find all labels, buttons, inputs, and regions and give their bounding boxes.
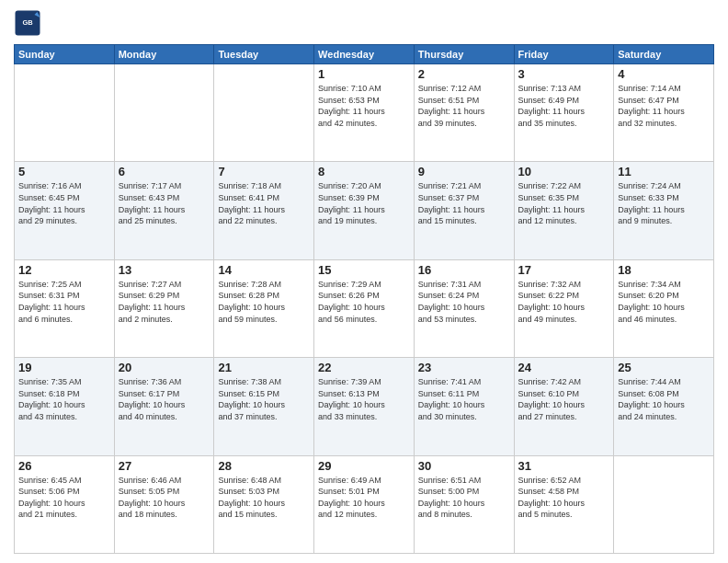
day-number: 19 — [18, 361, 110, 374]
day-info: Sunrise: 7:36 AM Sunset: 6:17 PM Dayligh… — [119, 376, 210, 422]
day-number: 10 — [518, 165, 610, 178]
day-number: 11 — [618, 165, 710, 178]
calendar-cell: 4Sunrise: 7:14 AM Sunset: 6:47 PM Daylig… — [614, 64, 714, 162]
calendar-cell: 21Sunrise: 7:38 AM Sunset: 6:15 PM Dayli… — [214, 358, 314, 455]
calendar-cell: 28Sunrise: 6:48 AM Sunset: 5:03 PM Dayli… — [214, 455, 314, 553]
day-number: 28 — [218, 459, 310, 473]
day-info: Sunrise: 6:49 AM Sunset: 5:01 PM Dayligh… — [318, 475, 410, 521]
calendar-cell: 6Sunrise: 7:17 AM Sunset: 6:43 PM Daylig… — [114, 162, 214, 259]
calendar-cell: 27Sunrise: 6:46 AM Sunset: 5:05 PM Dayli… — [114, 455, 214, 553]
header: GB — [14, 9, 714, 37]
day-number: 27 — [119, 459, 210, 473]
day-number: 2 — [418, 67, 510, 81]
calendar-cell: 14Sunrise: 7:28 AM Sunset: 6:28 PM Dayli… — [214, 259, 314, 357]
calendar-cell: 15Sunrise: 7:29 AM Sunset: 6:26 PM Dayli… — [314, 259, 415, 357]
weekday-header-wednesday: Wednesday — [314, 45, 415, 64]
weekday-header-thursday: Thursday — [414, 45, 514, 64]
day-info: Sunrise: 7:38 AM Sunset: 6:15 PM Dayligh… — [218, 376, 310, 422]
calendar-cell: 17Sunrise: 7:32 AM Sunset: 6:22 PM Dayli… — [514, 259, 614, 357]
day-info: Sunrise: 7:44 AM Sunset: 6:08 PM Dayligh… — [618, 376, 710, 422]
day-number: 22 — [318, 361, 410, 374]
calendar-cell: 20Sunrise: 7:36 AM Sunset: 6:17 PM Dayli… — [114, 358, 214, 455]
calendar-cell: 22Sunrise: 7:39 AM Sunset: 6:13 PM Dayli… — [314, 358, 415, 455]
svg-text:GB: GB — [22, 18, 33, 27]
day-info: Sunrise: 7:10 AM Sunset: 6:53 PM Dayligh… — [318, 83, 410, 129]
calendar-week-row: 1Sunrise: 7:10 AM Sunset: 6:53 PM Daylig… — [15, 64, 714, 162]
day-info: Sunrise: 7:39 AM Sunset: 6:13 PM Dayligh… — [318, 376, 410, 422]
weekday-header-sunday: Sunday — [15, 45, 115, 64]
calendar-cell: 29Sunrise: 6:49 AM Sunset: 5:01 PM Dayli… — [314, 455, 415, 553]
day-number: 17 — [518, 263, 610, 277]
calendar-cell: 7Sunrise: 7:18 AM Sunset: 6:41 PM Daylig… — [214, 162, 314, 259]
day-info: Sunrise: 7:35 AM Sunset: 6:18 PM Dayligh… — [18, 376, 110, 422]
day-number: 9 — [418, 165, 510, 178]
day-info: Sunrise: 7:28 AM Sunset: 6:28 PM Dayligh… — [218, 279, 310, 325]
day-info: Sunrise: 7:14 AM Sunset: 6:47 PM Dayligh… — [618, 83, 710, 129]
calendar-cell: 13Sunrise: 7:27 AM Sunset: 6:29 PM Dayli… — [114, 259, 214, 357]
day-number: 24 — [518, 361, 610, 374]
calendar-cell: 12Sunrise: 7:25 AM Sunset: 6:31 PM Dayli… — [15, 259, 115, 357]
weekday-header-tuesday: Tuesday — [214, 45, 314, 64]
calendar-cell: 3Sunrise: 7:13 AM Sunset: 6:49 PM Daylig… — [514, 64, 614, 162]
day-number: 1 — [318, 67, 410, 81]
day-number: 31 — [518, 459, 610, 473]
day-number: 3 — [518, 67, 610, 81]
day-number: 29 — [318, 459, 410, 473]
calendar-week-row: 26Sunrise: 6:45 AM Sunset: 5:06 PM Dayli… — [15, 455, 714, 553]
day-number: 8 — [318, 165, 410, 178]
day-info: Sunrise: 7:42 AM Sunset: 6:10 PM Dayligh… — [518, 376, 610, 422]
weekday-header-row: SundayMondayTuesdayWednesdayThursdayFrid… — [15, 45, 714, 64]
day-info: Sunrise: 7:29 AM Sunset: 6:26 PM Dayligh… — [318, 279, 410, 325]
day-number: 12 — [18, 263, 110, 277]
day-number: 21 — [218, 361, 310, 374]
day-info: Sunrise: 7:18 AM Sunset: 6:41 PM Dayligh… — [218, 180, 310, 226]
day-number: 5 — [18, 165, 110, 178]
day-number: 15 — [318, 263, 410, 277]
calendar-cell: 8Sunrise: 7:20 AM Sunset: 6:39 PM Daylig… — [314, 162, 415, 259]
logo: GB — [14, 9, 45, 37]
calendar-cell: 31Sunrise: 6:52 AM Sunset: 4:58 PM Dayli… — [514, 455, 614, 553]
day-info: Sunrise: 7:16 AM Sunset: 6:45 PM Dayligh… — [18, 180, 110, 226]
day-info: Sunrise: 7:22 AM Sunset: 6:35 PM Dayligh… — [518, 180, 610, 226]
weekday-header-saturday: Saturday — [614, 45, 714, 64]
day-number: 18 — [618, 263, 710, 277]
day-info: Sunrise: 7:41 AM Sunset: 6:11 PM Dayligh… — [418, 376, 510, 422]
calendar-cell: 9Sunrise: 7:21 AM Sunset: 6:37 PM Daylig… — [414, 162, 514, 259]
calendar-cell: 24Sunrise: 7:42 AM Sunset: 6:10 PM Dayli… — [514, 358, 614, 455]
day-info: Sunrise: 7:34 AM Sunset: 6:20 PM Dayligh… — [618, 279, 710, 325]
weekday-header-friday: Friday — [514, 45, 614, 64]
day-info: Sunrise: 7:31 AM Sunset: 6:24 PM Dayligh… — [418, 279, 510, 325]
calendar-cell: 19Sunrise: 7:35 AM Sunset: 6:18 PM Dayli… — [15, 358, 115, 455]
calendar-cell: 25Sunrise: 7:44 AM Sunset: 6:08 PM Dayli… — [614, 358, 714, 455]
day-info: Sunrise: 7:24 AM Sunset: 6:33 PM Dayligh… — [618, 180, 710, 226]
day-info: Sunrise: 6:48 AM Sunset: 5:03 PM Dayligh… — [218, 475, 310, 521]
calendar-cell: 10Sunrise: 7:22 AM Sunset: 6:35 PM Dayli… — [514, 162, 614, 259]
day-info: Sunrise: 6:46 AM Sunset: 5:05 PM Dayligh… — [119, 475, 210, 521]
day-number: 20 — [119, 361, 210, 374]
day-number: 30 — [418, 459, 510, 473]
calendar-week-row: 12Sunrise: 7:25 AM Sunset: 6:31 PM Dayli… — [15, 259, 714, 357]
calendar-cell — [614, 455, 714, 553]
day-number: 7 — [218, 165, 310, 178]
day-number: 4 — [618, 67, 710, 81]
page: GB SundayMondayTuesdayWednesdayThursdayF… — [0, 0, 728, 563]
day-number: 23 — [418, 361, 510, 374]
calendar-cell — [214, 64, 314, 162]
day-info: Sunrise: 7:20 AM Sunset: 6:39 PM Dayligh… — [318, 180, 410, 226]
calendar-cell: 30Sunrise: 6:51 AM Sunset: 5:00 PM Dayli… — [414, 455, 514, 553]
day-info: Sunrise: 7:21 AM Sunset: 6:37 PM Dayligh… — [418, 180, 510, 226]
day-info: Sunrise: 6:52 AM Sunset: 4:58 PM Dayligh… — [518, 475, 610, 521]
calendar-cell: 5Sunrise: 7:16 AM Sunset: 6:45 PM Daylig… — [15, 162, 115, 259]
calendar-cell: 1Sunrise: 7:10 AM Sunset: 6:53 PM Daylig… — [314, 64, 415, 162]
day-info: Sunrise: 6:45 AM Sunset: 5:06 PM Dayligh… — [18, 475, 110, 521]
calendar-cell — [114, 64, 214, 162]
day-info: Sunrise: 6:51 AM Sunset: 5:00 PM Dayligh… — [418, 475, 510, 521]
calendar-cell: 16Sunrise: 7:31 AM Sunset: 6:24 PM Dayli… — [414, 259, 514, 357]
day-info: Sunrise: 7:27 AM Sunset: 6:29 PM Dayligh… — [119, 279, 210, 325]
day-info: Sunrise: 7:12 AM Sunset: 6:51 PM Dayligh… — [418, 83, 510, 129]
calendar-week-row: 19Sunrise: 7:35 AM Sunset: 6:18 PM Dayli… — [15, 358, 714, 455]
day-number: 25 — [618, 361, 710, 374]
calendar-cell: 26Sunrise: 6:45 AM Sunset: 5:06 PM Dayli… — [15, 455, 115, 553]
calendar-cell: 23Sunrise: 7:41 AM Sunset: 6:11 PM Dayli… — [414, 358, 514, 455]
day-info: Sunrise: 7:32 AM Sunset: 6:22 PM Dayligh… — [518, 279, 610, 325]
